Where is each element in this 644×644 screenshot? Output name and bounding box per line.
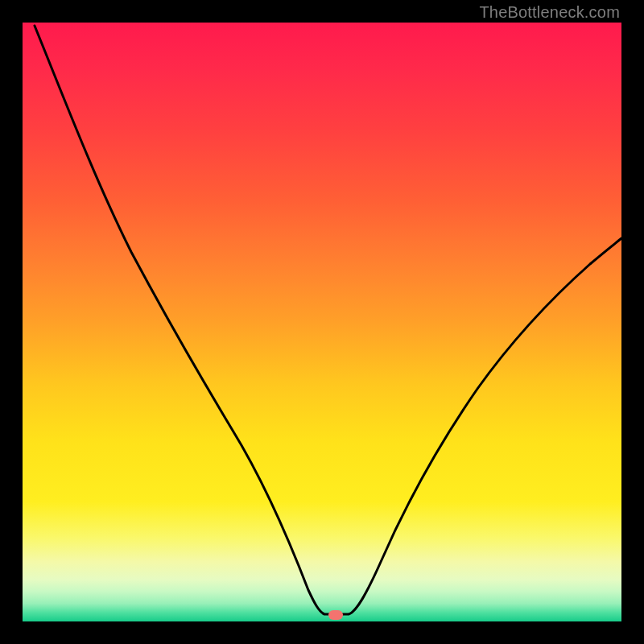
bottleneck-curve [23, 23, 621, 621]
watermark-text: TheBottleneck.com [479, 3, 620, 22]
curve-path [35, 26, 621, 614]
plot-area [23, 23, 621, 621]
chart-container: TheBottleneck.com [0, 0, 644, 644]
curve-minimum-marker [328, 610, 343, 620]
